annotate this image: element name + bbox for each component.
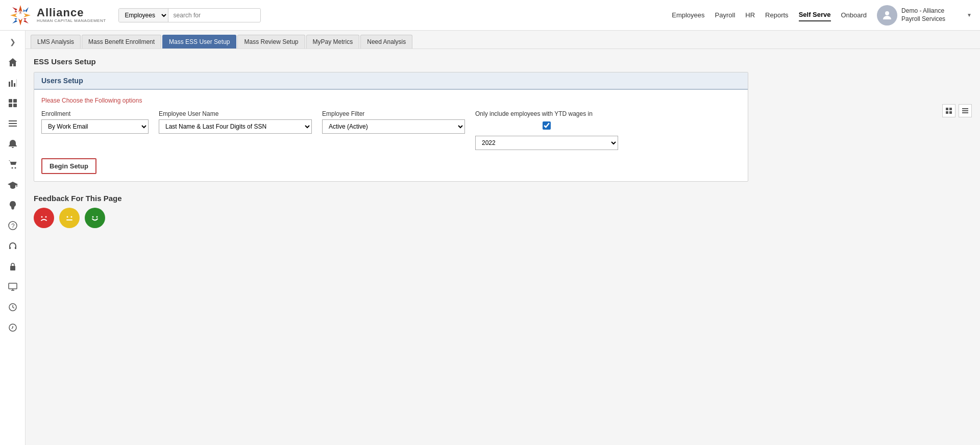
top-header: Alliance HUMAN CAPITAL MANAGEMENT Employ… [0,0,980,31]
main-layout: ❯ ? [0,31,980,445]
grid-view-button[interactable] [942,104,955,117]
sidebar-icon-chart[interactable] [4,73,22,92]
card-hint: Please Choose the Following options [41,97,741,104]
sidebar-icon-home[interactable] [4,53,22,71]
svg-marker-6 [23,7,29,12]
svg-rect-42 [962,112,968,113]
nav-self-serve[interactable]: Self Serve [799,9,831,21]
svg-point-43 [38,212,50,224]
page-title: ESS Users Setup [34,57,972,66]
sidebar-icon-mortarboard[interactable] [4,176,22,194]
svg-marker-4 [12,7,17,12]
svg-marker-3 [23,13,31,17]
sidebar-icon-lock[interactable] [4,257,22,276]
employee-username-select[interactable]: Last Name & Last Four Digits of SSN Firs… [159,119,312,134]
page-view-icons [942,104,972,117]
svg-rect-38 [946,111,948,114]
content-area: LMS Analysis Mass Benefit Enrollment Mas… [26,31,980,445]
sidebar-expand-button[interactable]: ❯ [6,35,20,49]
svg-point-47 [67,216,68,218]
search-input[interactable] [168,9,260,21]
svg-rect-14 [9,99,12,103]
svg-marker-7 [12,18,17,23]
tab-mass-benefit-enrollment[interactable]: Mass Benefit Enrollment [82,35,161,48]
user-area: Demo - Alliance Payroll Services ▼ [877,5,972,26]
svg-point-45 [45,216,47,218]
sidebar-icon-cart[interactable] [4,155,22,174]
svg-rect-15 [13,99,17,103]
svg-rect-11 [11,80,13,87]
employee-filter-group: Employee Filter Active (Active) All Inac… [322,110,465,134]
svg-rect-16 [9,104,12,107]
alliance-logo [8,3,33,28]
top-nav: Employees Payroll HR Reports Self Serve … [672,9,867,21]
nav-reports[interactable]: Reports [765,9,789,21]
svg-marker-1 [18,18,22,26]
feedback-section: Feedback For This Page [34,194,972,228]
sidebar-icon-bulb[interactable] [4,196,22,214]
svg-rect-29 [9,247,11,249]
svg-point-22 [14,167,16,169]
svg-rect-20 [9,126,17,127]
svg-rect-39 [949,111,952,114]
sidebar-icon-grid[interactable] [4,94,22,112]
users-setup-card-header: Users Setup [34,72,748,90]
ytd-checkbox-row [475,119,618,132]
sidebar: ❯ ? [0,31,26,445]
sub-nav: LMS Analysis Mass Benefit Enrollment Mas… [26,31,980,49]
employee-filter-select[interactable]: Active (Active) All Inactive [322,119,465,134]
enrollment-label: Enrollment [41,110,149,117]
nav-employees[interactable]: Employees [672,9,704,21]
svg-rect-19 [9,123,17,124]
svg-text:?: ? [11,222,15,230]
feedback-happy-button[interactable] [85,208,105,228]
sidebar-icon-clock2[interactable] [4,318,22,337]
tab-mass-review-setup[interactable]: Mass Review Setup [237,35,305,48]
sidebar-icon-monitor[interactable] [4,278,22,296]
nav-payroll[interactable]: Payroll [715,9,736,21]
list-view-button[interactable] [959,104,972,117]
nav-hr[interactable]: HR [745,9,755,21]
svg-rect-36 [946,108,948,110]
ytd-wages-checkbox[interactable] [543,121,551,130]
employee-username-group: Employee User Name Last Name & Last Four… [159,110,312,134]
user-dropdown-arrow[interactable]: ▼ [967,12,972,18]
employee-filter-label: Employee Filter [322,110,465,117]
svg-point-46 [63,212,76,224]
avatar [877,5,897,26]
search-area: Employees [118,8,261,22]
svg-rect-40 [962,108,968,109]
tab-need-analysis[interactable]: Need Analysis [360,35,412,48]
sidebar-icon-headset[interactable] [4,237,22,255]
ytd-year-select[interactable]: 2022 2021 2020 2019 [475,136,618,150]
svg-point-44 [41,216,43,218]
sidebar-icon-clock1[interactable] [4,298,22,316]
sidebar-icon-bell[interactable] [4,135,22,153]
sidebar-icon-question[interactable]: ? [4,216,22,235]
begin-setup-button[interactable]: Begin Setup [41,158,96,174]
svg-point-51 [92,216,94,218]
svg-rect-41 [962,110,968,111]
svg-rect-13 [16,79,17,87]
feedback-sad-button[interactable] [34,208,54,228]
enrollment-select[interactable]: By Work Email By Personal Email By Emplo… [41,119,149,134]
tab-lms-analysis[interactable]: LMS Analysis [31,35,81,48]
employee-username-label: Employee User Name [159,110,312,117]
users-setup-card: Users Setup Please Choose the Following … [34,72,748,182]
svg-rect-26 [12,209,14,210]
search-category-select[interactable]: Employees [119,9,168,22]
enrollment-group: Enrollment By Work Email By Personal Ema… [41,110,149,134]
svg-rect-33 [9,283,17,289]
ytd-wages-group: Only include employees with YTD wages in… [475,110,618,150]
feedback-faces [34,208,972,228]
logo-title: Alliance [37,7,106,19]
tab-mass-ess-user-setup[interactable]: Mass ESS User Setup [162,35,236,48]
nav-onboard[interactable]: Onboard [841,9,867,21]
form-row: Enrollment By Work Email By Personal Ema… [41,110,741,150]
svg-point-48 [71,216,72,218]
feedback-neutral-button[interactable] [59,208,80,228]
tab-mypay-metrics[interactable]: MyPay Metrics [306,35,360,48]
sidebar-icon-list[interactable] [4,114,22,133]
svg-rect-30 [15,247,16,249]
page-content: ESS Users Setup Users Setup Please Choos… [26,49,980,445]
